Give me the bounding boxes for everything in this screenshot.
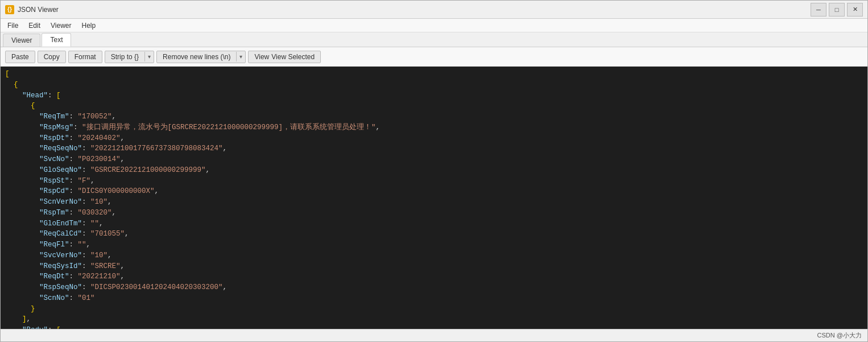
status-credit: CSDN @小大力 <box>817 331 862 340</box>
toolbar: Paste Copy Format Strip to {} ▾ Remove n… <box>1 47 867 67</box>
copy-button[interactable]: Copy <box>38 51 66 63</box>
maximize-button[interactable]: □ <box>829 3 845 17</box>
menu-edit[interactable]: Edit <box>24 20 45 31</box>
menu-viewer[interactable]: Viewer <box>46 20 76 31</box>
close-button[interactable]: ✕ <box>847 3 863 17</box>
tabs-bar: Viewer Text <box>1 32 867 47</box>
window-title: JSON Viewer <box>18 6 811 14</box>
app-icon: {} <box>5 5 14 14</box>
tab-viewer[interactable]: Viewer <box>3 34 40 47</box>
menu-help[interactable]: Help <box>77 20 101 31</box>
view-label: View <box>254 53 269 61</box>
remove-newlines-dropdown[interactable]: Remove new lines (\n) ▾ <box>156 51 246 63</box>
selected-label: View Selected <box>271 53 315 61</box>
remove-newlines-arrow[interactable]: ▾ <box>236 52 245 61</box>
tab-text[interactable]: Text <box>42 33 71 47</box>
paste-button[interactable]: Paste <box>5 51 35 63</box>
view-selected-button[interactable]: View View Selected <box>248 51 321 63</box>
content-area[interactable]: [ { "Head": [ { "ReqTm": "170052", "RspM… <box>1 67 867 329</box>
titlebar: {} JSON Viewer ─ □ ✕ <box>1 1 867 19</box>
strip-dropdown-arrow[interactable]: ▾ <box>144 52 154 61</box>
menubar: File Edit Viewer Help <box>1 19 867 32</box>
strip-label: Strip to {} <box>105 51 144 63</box>
remove-newlines-label: Remove new lines (\n) <box>157 51 236 63</box>
window-controls: ─ □ ✕ <box>811 3 863 17</box>
statusbar: CSDN @小大力 <box>1 329 867 341</box>
minimize-button[interactable]: ─ <box>811 3 826 17</box>
main-window: {} JSON Viewer ─ □ ✕ File Edit Viewer He… <box>0 0 868 342</box>
menu-file[interactable]: File <box>3 20 23 31</box>
strip-dropdown[interactable]: Strip to {} ▾ <box>105 51 154 63</box>
json-display: [ { "Head": [ { "ReqTm": "170052", "RspM… <box>5 69 863 329</box>
format-button[interactable]: Format <box>68 51 102 63</box>
